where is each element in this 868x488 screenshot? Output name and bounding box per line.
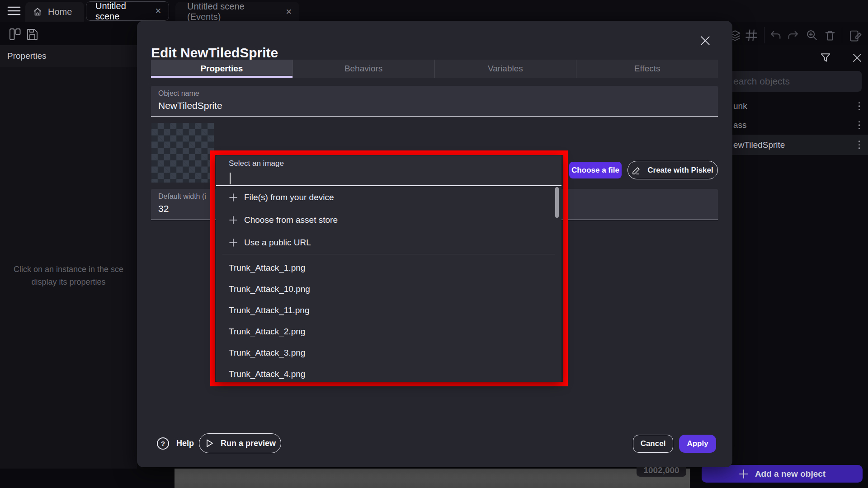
close-icon[interactable] xyxy=(696,32,714,50)
dropdown-scrollbar[interactable] xyxy=(555,187,559,218)
redo-icon[interactable] xyxy=(787,29,799,42)
home-icon xyxy=(33,7,42,17)
filter-icon[interactable] xyxy=(819,52,832,64)
save-icon[interactable] xyxy=(26,28,38,41)
apply-button[interactable]: Apply xyxy=(679,435,716,453)
tab-untitled-scene[interactable]: Untitled scene ✕ xyxy=(86,1,169,21)
object-row-trunk[interactable]: unk xyxy=(719,97,868,116)
default-width-value: 32 xyxy=(158,203,169,214)
tab-events-label: Untitled scene (Events) xyxy=(187,1,278,22)
tab-variables[interactable]: Variables xyxy=(434,60,576,78)
help-button[interactable]: ? Help xyxy=(157,437,194,450)
hamburger-menu-icon[interactable] xyxy=(7,6,21,16)
close-icon[interactable] xyxy=(852,52,863,63)
empty-selection-hint-line1: Click on an instance in the sce xyxy=(0,265,137,274)
properties-panel-title: Properties xyxy=(7,51,47,61)
empty-selection-hint-line2: display its properties xyxy=(0,277,137,287)
zoom-in-icon[interactable] xyxy=(806,29,818,42)
object-row-newtiledsprite[interactable]: ewTiledSprite xyxy=(719,135,868,155)
kebab-menu-icon[interactable] xyxy=(859,102,860,111)
run-preview-button[interactable]: Run a preview xyxy=(199,433,281,453)
toolbar-divider xyxy=(842,27,842,43)
file-option[interactable]: Trunk_Attack_4.png xyxy=(216,363,561,382)
image-option-list: File(s) from your device Choose from ass… xyxy=(216,186,561,382)
cancel-button[interactable]: Cancel xyxy=(633,435,673,453)
create-with-piskel-button[interactable]: Create with Piskel xyxy=(627,161,718,179)
toolbar-divider xyxy=(764,27,764,43)
object-name: ass xyxy=(733,120,747,130)
trash-icon[interactable] xyxy=(824,29,836,42)
undo-icon[interactable] xyxy=(769,29,782,42)
pencil-icon xyxy=(632,166,642,175)
tab-untitled-scene-events[interactable]: Untitled scene (Events) ✕ xyxy=(175,2,299,22)
select-image-label: Select an image xyxy=(229,159,284,168)
file-option[interactable]: Trunk_Attack_2.png xyxy=(216,321,561,342)
tab-home[interactable]: Home xyxy=(25,2,84,22)
plus-icon xyxy=(739,469,749,479)
tab-properties[interactable]: Properties xyxy=(151,60,292,78)
add-new-object-label: Add a new object xyxy=(755,469,826,479)
project-manager-icon[interactable] xyxy=(9,28,21,41)
edit-object-dialog: Edit NewTiledSprite Properties Behaviors… xyxy=(137,21,732,467)
option-public-url[interactable]: Use a public URL xyxy=(216,231,561,254)
select-image-dropdown: Select an image File(s) from your device… xyxy=(216,155,561,382)
object-name-label: Object name xyxy=(158,89,199,98)
object-name-field[interactable]: Object name NewTiledSprite xyxy=(151,86,718,117)
question-icon: ? xyxy=(157,437,169,450)
search-objects-input[interactable]: earch objects xyxy=(719,71,862,92)
add-new-object-button[interactable]: Add a new object xyxy=(702,465,863,483)
close-icon[interactable]: ✕ xyxy=(155,6,161,16)
tab-home-label: Home xyxy=(48,7,72,17)
kebab-menu-icon[interactable] xyxy=(859,121,860,130)
gdevelop-editor: Home Untitled scene ✕ Untitled scene (Ev… xyxy=(0,0,868,488)
default-width-label: Default width (i xyxy=(158,192,206,201)
object-name: unk xyxy=(733,101,747,111)
events-sheet-icon[interactable] xyxy=(849,29,862,42)
file-option[interactable]: Trunk_Attack_11.png xyxy=(216,300,561,321)
plus-icon xyxy=(229,238,238,247)
option-files-from-device[interactable]: File(s) from your device xyxy=(216,186,561,209)
dialog-tab-bar: Properties Behaviors Variables Effects xyxy=(151,60,718,78)
search-objects-placeholder: earch objects xyxy=(733,76,790,87)
tab-effects[interactable]: Effects xyxy=(576,60,718,78)
transparent-image-preview xyxy=(151,123,214,183)
file-option[interactable]: Trunk_Attack_1.png xyxy=(216,257,561,278)
plus-icon xyxy=(229,193,238,202)
object-name-value: NewTiledSprite xyxy=(158,100,222,111)
choose-a-file-button[interactable]: Choose a file xyxy=(569,162,622,178)
close-icon[interactable]: ✕ xyxy=(286,7,292,17)
play-icon xyxy=(204,438,214,448)
scene-canvas-edge xyxy=(175,469,690,488)
plus-icon xyxy=(229,216,238,225)
create-with-piskel-label: Create with Piskel xyxy=(647,166,713,175)
file-option[interactable]: Trunk_Attack_3.png xyxy=(216,342,561,363)
object-name: ewTiledSprite xyxy=(733,140,785,150)
object-row-grass[interactable]: ass xyxy=(719,116,868,135)
file-option[interactable]: Trunk_Attack_10.png xyxy=(216,278,561,300)
tab-scene-label: Untitled scene xyxy=(95,1,148,22)
kebab-menu-icon[interactable] xyxy=(859,141,860,149)
help-label: Help xyxy=(176,439,194,448)
option-asset-store[interactable]: Choose from asset store xyxy=(216,209,561,231)
text-cursor xyxy=(230,173,231,184)
tab-behaviors[interactable]: Behaviors xyxy=(292,60,434,78)
properties-panel-body: Click on an instance in the sce display … xyxy=(0,67,137,469)
dialog-title: Edit NewTiledSprite xyxy=(151,45,278,61)
grid-icon[interactable] xyxy=(745,29,758,42)
run-preview-label: Run a preview xyxy=(221,439,276,448)
properties-panel-header: Properties xyxy=(0,45,137,67)
